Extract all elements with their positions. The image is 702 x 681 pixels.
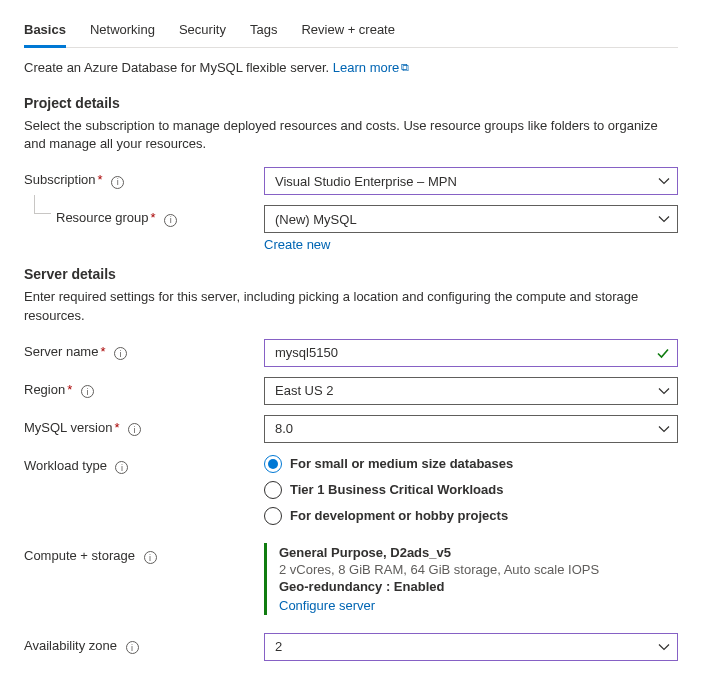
compute-tier-title: General Purpose, D2ads_v5 (279, 545, 678, 560)
server-details-description: Enter required settings for this server,… (24, 288, 678, 324)
project-details-heading: Project details (24, 95, 678, 111)
radio-label: For small or medium size databases (290, 456, 513, 471)
compute-storage-summary: General Purpose, D2ads_v5 2 vCores, 8 Gi… (264, 543, 678, 615)
server-name-label: Server name* i (24, 339, 264, 360)
info-icon[interactable]: i (111, 176, 124, 189)
workload-type-radio-group: For small or medium size databases Tier … (264, 453, 678, 525)
server-details-heading: Server details (24, 266, 678, 282)
workload-option-dev-hobby[interactable]: For development or hobby projects (264, 507, 678, 525)
availability-zone-value: 2 (264, 633, 678, 661)
resource-group-select[interactable]: (New) MySQL (264, 205, 678, 233)
workload-option-small-medium[interactable]: For small or medium size databases (264, 455, 678, 473)
radio-icon (264, 455, 282, 473)
tab-security[interactable]: Security (179, 16, 226, 48)
tabs-bar: Basics Networking Security Tags Review +… (24, 16, 678, 48)
region-value: East US 2 (264, 377, 678, 405)
tab-review-create[interactable]: Review + create (301, 16, 395, 48)
info-icon[interactable]: i (114, 347, 127, 360)
info-icon[interactable]: i (126, 641, 139, 654)
radio-label: For development or hobby projects (290, 508, 508, 523)
workload-option-tier1[interactable]: Tier 1 Business Critical Workloads (264, 481, 678, 499)
mysql-version-label: MySQL version* i (24, 415, 264, 436)
learn-more-link[interactable]: Learn more⧉ (333, 60, 409, 75)
check-icon (656, 346, 670, 360)
radio-icon (264, 507, 282, 525)
subscription-select[interactable]: Visual Studio Enterprise – MPN (264, 167, 678, 195)
subscription-value: Visual Studio Enterprise – MPN (264, 167, 678, 195)
subscription-label: Subscription* i (24, 167, 264, 188)
info-icon[interactable]: i (144, 551, 157, 564)
configure-server-link[interactable]: Configure server (279, 598, 375, 613)
compute-detail: 2 vCores, 8 GiB RAM, 64 GiB storage, Aut… (279, 562, 678, 577)
info-icon[interactable]: i (81, 385, 94, 398)
region-select[interactable]: East US 2 (264, 377, 678, 405)
intro-description: Create an Azure Database for MySQL flexi… (24, 60, 329, 75)
availability-zone-label: Availability zone i (24, 633, 264, 654)
tab-basics[interactable]: Basics (24, 16, 66, 48)
compute-geo-redundancy: Geo-redundancy : Enabled (279, 579, 678, 594)
region-label: Region* i (24, 377, 264, 398)
compute-storage-label: Compute + storage i (24, 543, 264, 564)
resource-group-label: Resource group* i (24, 205, 264, 226)
resource-group-value: (New) MySQL (264, 205, 678, 233)
mysql-version-select[interactable]: 8.0 (264, 415, 678, 443)
external-link-icon: ⧉ (401, 61, 409, 73)
workload-type-label: Workload type i (24, 453, 264, 474)
info-icon[interactable]: i (115, 461, 128, 474)
intro-text: Create an Azure Database for MySQL flexi… (24, 60, 678, 75)
info-icon[interactable]: i (128, 423, 141, 436)
tab-networking[interactable]: Networking (90, 16, 155, 48)
radio-label: Tier 1 Business Critical Workloads (290, 482, 503, 497)
project-details-description: Select the subscription to manage deploy… (24, 117, 678, 153)
tab-tags[interactable]: Tags (250, 16, 277, 48)
server-name-input[interactable] (264, 339, 678, 367)
info-icon[interactable]: i (164, 214, 177, 227)
create-new-link[interactable]: Create new (264, 237, 330, 252)
radio-icon (264, 481, 282, 499)
availability-zone-select[interactable]: 2 (264, 633, 678, 661)
mysql-version-value: 8.0 (264, 415, 678, 443)
